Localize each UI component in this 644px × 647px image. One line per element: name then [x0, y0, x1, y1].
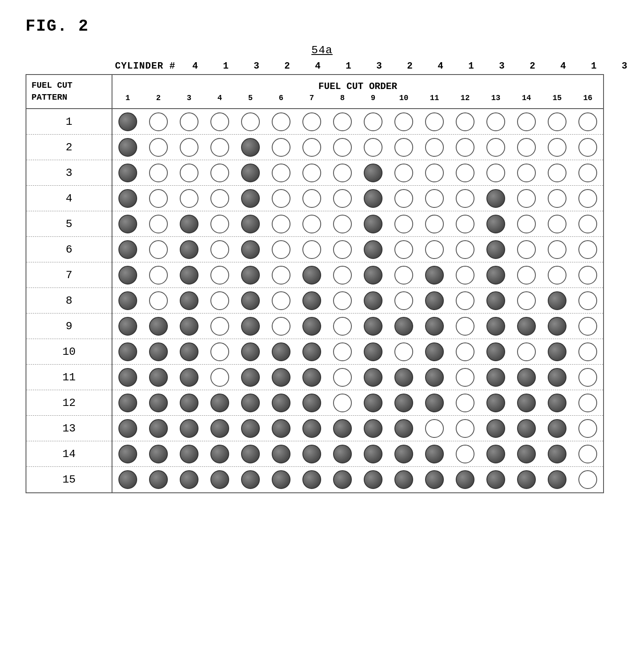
order-number: 12: [450, 94, 480, 102]
empty-circle: [486, 138, 505, 157]
table-row: [112, 135, 603, 160]
filled-circle: [425, 368, 444, 387]
empty-circle: [548, 138, 566, 157]
filled-circle: [180, 266, 198, 285]
cylinder-numbers: 4132413241324132: [180, 61, 644, 72]
filled-circle: [364, 266, 382, 285]
circle-cell: [572, 394, 603, 412]
circle-cell: [266, 240, 296, 259]
pattern-label: 3: [26, 160, 112, 186]
circle-cell: [358, 342, 388, 361]
empty-circle: [517, 138, 536, 157]
circle-cell: [450, 266, 480, 285]
circle-cell: [572, 445, 603, 463]
filled-circle: [548, 291, 566, 310]
cylinder-number: 3: [486, 61, 517, 72]
empty-circle: [302, 112, 321, 131]
pattern-label: 5: [26, 211, 112, 237]
empty-circle: [548, 112, 566, 131]
filled-circle: [149, 368, 168, 387]
cylinder-number: 4: [180, 61, 210, 72]
empty-circle: [578, 445, 597, 463]
circle-cell: [480, 164, 511, 182]
empty-circle: [333, 291, 352, 310]
filled-circle: [241, 164, 260, 182]
order-number: 14: [511, 94, 542, 102]
empty-circle: [394, 112, 413, 131]
circle-cell: [388, 419, 419, 438]
circle-cell: [174, 138, 204, 157]
circle-cell: [266, 445, 296, 463]
empty-circle: [578, 368, 597, 387]
circle-cell: [572, 164, 603, 182]
circle-cell: [174, 215, 204, 233]
empty-circle: [456, 368, 474, 387]
filled-circle: [210, 470, 229, 489]
empty-circle: [210, 291, 229, 310]
empty-circle: [333, 317, 352, 336]
empty-circle: [210, 112, 229, 131]
circle-cell: [112, 419, 143, 438]
circle-cell: [235, 240, 266, 259]
filled-circle: [364, 368, 382, 387]
circle-cell: [572, 291, 603, 310]
cylinder-number: 4: [425, 61, 456, 72]
empty-circle: [333, 368, 352, 387]
circle-cell: [174, 445, 204, 463]
filled-circle: [272, 470, 290, 489]
filled-circle: [333, 419, 352, 438]
circle-cell: [235, 266, 266, 285]
filled-circle: [118, 368, 137, 387]
circle-cell: [174, 112, 204, 131]
circle-cell: [480, 342, 511, 361]
filled-circle: [118, 342, 137, 361]
filled-circle: [149, 317, 168, 336]
empty-circle: [425, 419, 444, 438]
circle-cell: [296, 470, 327, 489]
pattern-label: 9: [26, 313, 112, 339]
circle-cell: [480, 266, 511, 285]
circle-cell: [327, 266, 358, 285]
pattern-label: 12: [26, 390, 112, 416]
circle-cell: [266, 317, 296, 336]
circle-cell: [480, 240, 511, 259]
filled-circle: [118, 189, 137, 208]
circle-cell: [450, 317, 480, 336]
filled-circle: [149, 470, 168, 489]
circle-cell: [143, 470, 174, 489]
filled-circle: [241, 368, 260, 387]
filled-circle: [180, 215, 198, 233]
circle-cell: [296, 215, 327, 233]
circle-cell: [450, 394, 480, 412]
filled-circle: [118, 317, 137, 336]
empty-circle: [548, 240, 566, 259]
empty-circle: [180, 112, 198, 131]
filled-circle: [394, 445, 413, 463]
circle-cell: [235, 112, 266, 131]
filled-circle: [241, 291, 260, 310]
circle-cell: [143, 394, 174, 412]
circle-cell: [143, 112, 174, 131]
filled-circle: [241, 342, 260, 361]
circle-cell: [204, 112, 235, 131]
filled-circle: [548, 445, 566, 463]
empty-circle: [302, 138, 321, 157]
empty-circle: [578, 470, 597, 489]
circle-cell: [388, 266, 419, 285]
circle-cell: [511, 112, 542, 131]
order-number: 11: [419, 94, 450, 102]
filled-circle: [394, 470, 413, 489]
filled-circle: [180, 317, 198, 336]
circle-cell: [511, 419, 542, 438]
order-number: 1: [112, 94, 143, 102]
circle-cell: [266, 419, 296, 438]
circle-cell: [235, 164, 266, 182]
filled-circle: [486, 317, 505, 336]
empty-circle: [578, 112, 597, 131]
pattern-label: 7: [26, 262, 112, 288]
order-number: 5: [235, 94, 266, 102]
circle-cell: [266, 112, 296, 131]
circle-cell: [358, 445, 388, 463]
empty-circle: [456, 445, 474, 463]
circle-cell: [480, 189, 511, 208]
